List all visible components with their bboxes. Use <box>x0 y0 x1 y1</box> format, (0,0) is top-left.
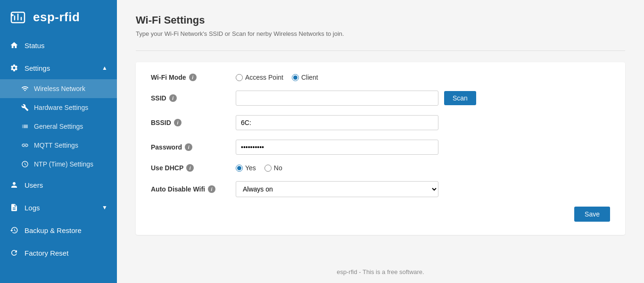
wifi-mode-info-icon[interactable]: i <box>189 74 197 81</box>
file-icon <box>9 203 19 212</box>
bssid-label: BSSID i <box>151 119 236 126</box>
sidebar-label-settings: Settings <box>25 64 96 72</box>
page-subtitle: Type your Wi-Fi Network's SSID or Scan f… <box>136 30 625 37</box>
footer-text: esp-rfid - This is a free software. <box>337 268 424 275</box>
auto-disable-label: Auto Disable Wifi i <box>151 185 236 193</box>
main-content: Wi-Fi Settings Type your Wi-Fi Network's… <box>117 0 644 283</box>
dhcp-label: Use DHCP i <box>151 164 236 172</box>
radio-dhcp-yes[interactable]: Yes <box>236 164 256 172</box>
sidebar-item-wireless-network[interactable]: Wireless Network <box>0 79 117 98</box>
sidebar: esp-rfid Status Settings ▲ Wireless Netw… <box>0 0 117 283</box>
sidebar-item-hardware-settings[interactable]: Hardware Settings <box>0 98 117 117</box>
link-icon <box>21 141 29 150</box>
app-title: esp-rfid <box>33 10 80 25</box>
bssid-input[interactable] <box>236 115 438 130</box>
dhcp-radio-group: Yes No <box>236 164 282 172</box>
home-icon <box>9 41 19 50</box>
ssid-controls: Scan <box>236 91 610 106</box>
list-icon <box>21 122 29 131</box>
dhcp-controls: Yes No <box>236 164 610 172</box>
password-label: Password i <box>151 143 236 151</box>
auto-disable-info-icon[interactable]: i <box>208 185 215 193</box>
auto-disable-row: Auto Disable Wifi i Always on After 10 m… <box>151 181 610 197</box>
password-row: Password i <box>151 140 610 155</box>
wifi-mode-label: Wi-Fi Mode i <box>151 74 236 81</box>
sidebar-item-status[interactable]: Status <box>0 34 117 57</box>
clock-icon <box>21 160 29 168</box>
auto-disable-controls: Always on After 10 minutes After 30 minu… <box>236 181 610 197</box>
bssid-row: BSSID i <box>151 115 610 130</box>
sidebar-label-status: Status <box>25 42 107 50</box>
sidebar-item-factory-reset[interactable]: Factory Reset <box>0 241 117 264</box>
bssid-controls <box>236 115 610 130</box>
gear-icon <box>9 63 19 73</box>
ssid-row: SSID i Scan <box>151 91 610 106</box>
wifi-form: Wi-Fi Mode i Access Point Client <box>136 62 625 235</box>
ssid-label: SSID i <box>151 94 236 102</box>
wifi-mode-controls: Access Point Client <box>236 74 610 81</box>
svg-marker-1 <box>11 13 14 17</box>
wifi-mode-row: Wi-Fi Mode i Access Point Client <box>151 74 610 81</box>
sidebar-header: esp-rfid <box>0 0 117 34</box>
user-icon <box>9 180 19 190</box>
scan-button[interactable]: Scan <box>444 91 476 105</box>
divider <box>136 50 625 51</box>
footer: esp-rfid - This is a free software. <box>117 261 644 283</box>
radio-dhcp-no-input[interactable] <box>264 165 272 172</box>
radio-dhcp-yes-input[interactable] <box>236 165 243 172</box>
auto-disable-select[interactable]: Always on After 10 minutes After 30 minu… <box>236 181 438 197</box>
sidebar-item-general-settings[interactable]: General Settings <box>0 117 117 136</box>
wrench-icon <box>21 103 29 112</box>
sidebar-label-backup: Backup & Restore <box>25 226 107 234</box>
radio-client[interactable]: Client <box>292 74 318 81</box>
backup-icon <box>9 225 19 235</box>
save-button[interactable]: Save <box>574 207 610 222</box>
settings-submenu: Wireless Network Hardware Settings Gener… <box>0 79 117 174</box>
sidebar-item-mqtt-settings[interactable]: MQTT Settings <box>0 136 117 155</box>
sidebar-label-ntp: NTP (Time) Settings <box>34 160 93 168</box>
dhcp-row: Use DHCP i Yes No <box>151 164 610 172</box>
chevron-down-icon: ▼ <box>102 204 107 211</box>
sidebar-label-general: General Settings <box>34 123 83 130</box>
save-row: Save <box>151 207 610 222</box>
content-area: Wi-Fi Settings Type your Wi-Fi Network's… <box>117 0 644 261</box>
password-controls <box>236 140 610 155</box>
password-input[interactable] <box>236 140 438 155</box>
logo-icon <box>9 8 26 25</box>
sidebar-label-factory-reset: Factory Reset <box>25 249 107 257</box>
radio-dhcp-no[interactable]: No <box>264 164 282 172</box>
sidebar-item-logs[interactable]: Logs ▼ <box>0 196 117 219</box>
sidebar-label-mqtt: MQTT Settings <box>34 142 78 149</box>
wifi-mode-radio-group: Access Point Client <box>236 74 318 81</box>
ssid-info-icon[interactable]: i <box>169 94 177 102</box>
reset-icon <box>9 248 19 258</box>
page-title: Wi-Fi Settings <box>136 14 625 26</box>
bssid-info-icon[interactable]: i <box>174 119 182 126</box>
password-info-icon[interactable]: i <box>185 143 192 151</box>
radio-client-input[interactable] <box>292 74 299 81</box>
sidebar-item-ntp-settings[interactable]: NTP (Time) Settings <box>0 155 117 174</box>
sidebar-label-logs: Logs <box>25 204 96 212</box>
sidebar-item-settings[interactable]: Settings ▲ <box>0 57 117 79</box>
radio-access-point[interactable]: Access Point <box>236 74 283 81</box>
dhcp-info-icon[interactable]: i <box>186 164 194 172</box>
sidebar-label-hardware: Hardware Settings <box>34 104 88 111</box>
sidebar-label-wireless: Wireless Network <box>34 85 85 92</box>
sidebar-item-backup-restore[interactable]: Backup & Restore <box>0 219 117 241</box>
chevron-up-icon: ▲ <box>102 65 107 71</box>
sidebar-item-users[interactable]: Users <box>0 174 117 196</box>
sidebar-label-users: Users <box>25 181 107 189</box>
bar-chart-icon <box>21 84 29 93</box>
ssid-input[interactable] <box>236 91 438 106</box>
radio-access-point-input[interactable] <box>236 74 243 81</box>
